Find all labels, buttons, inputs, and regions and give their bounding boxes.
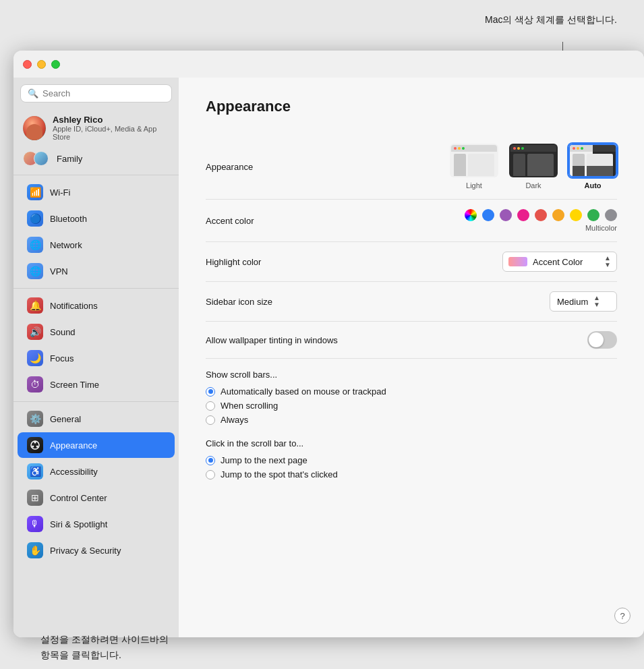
accent-graphite[interactable]: [605, 209, 617, 221]
control-center-icon: ⊞: [27, 490, 43, 506]
accent-yellow[interactable]: [570, 209, 582, 221]
sidebar-divider-1: [13, 175, 179, 175]
sidebar-item-family[interactable]: Family: [13, 146, 179, 171]
sidebar-item-sound[interactable]: 🔊 Sound: [18, 319, 175, 345]
appearance-thumb-auto: [568, 144, 617, 177]
search-icon: 🔍: [28, 88, 38, 98]
sidebar-item-general[interactable]: ⚙️ General: [18, 406, 175, 432]
toggle-knob: [589, 332, 604, 347]
sidebar-item-focus[interactable]: 🌙 Focus: [18, 345, 175, 371]
svg-point-2: [36, 446, 38, 448]
sidebar-item-bluetooth[interactable]: 🔵 Bluetooth: [18, 206, 175, 231]
tooltip-top: Mac의 색상 체계를 선택합니다.: [485, 13, 617, 27]
sidebar-icon-size-arrows: ▲▼: [593, 295, 600, 308]
sidebar-item-label-general: General: [50, 414, 81, 424]
sidebar: 🔍 Ashley Rico Apple ID, iCloud+, Media &…: [13, 78, 179, 637]
sidebar-item-label-screen-time: Screen Time: [50, 380, 99, 390]
click-spot-clicked-option[interactable]: Jump to the spot that's clicked: [206, 469, 617, 479]
page-title: Appearance: [206, 98, 617, 115]
accent-orange[interactable]: [552, 209, 564, 221]
search-input[interactable]: [42, 88, 165, 98]
scroll-always-radio[interactable]: [206, 415, 215, 425]
network-icon: 🌐: [27, 237, 43, 253]
wallpaper-tinting-toggle[interactable]: [587, 331, 617, 349]
wallpaper-tinting-row: Allow wallpaper tinting in windows: [206, 322, 617, 359]
avatar: [23, 116, 46, 140]
sidebar-item-label-network: Network: [50, 240, 82, 250]
scroll-auto-radio[interactable]: [206, 387, 215, 397]
help-button[interactable]: ?: [614, 608, 631, 624]
appearance-auto-label: Auto: [584, 181, 601, 190]
sidebar-item-vpn[interactable]: 🌐 VPN: [18, 258, 175, 284]
appearance-dark[interactable]: Dark: [509, 144, 558, 190]
highlight-color-control[interactable]: Accent Color ▲▼: [502, 252, 617, 272]
sidebar-item-label-privacy: Privacy & Security: [50, 546, 121, 556]
user-name: Ashley Rico: [53, 115, 169, 125]
user-info: Ashley Rico Apple ID, iCloud+, Media & A…: [53, 115, 169, 141]
notifications-icon: 🔔: [27, 297, 43, 314]
focus-icon: 🌙: [27, 350, 43, 366]
click-next-page-option[interactable]: Jump to the next page: [206, 455, 617, 465]
accent-purple[interactable]: [500, 209, 512, 221]
highlight-stepper[interactable]: ▲▼: [604, 255, 611, 268]
sidebar-item-label-wifi: Wi-Fi: [50, 187, 70, 198]
accent-red[interactable]: [535, 209, 547, 221]
show-scroll-bars-title: Show scroll bars...: [206, 370, 617, 380]
click-scroll-bar-group: Jump to the next page Jump to the spot t…: [206, 455, 617, 479]
scroll-scrolling-label: When scrolling: [221, 401, 278, 411]
scroll-always-option[interactable]: Always: [206, 415, 617, 425]
scroll-scrolling-radio[interactable]: [206, 401, 215, 411]
sidebar-item-label-siri: Siri & Spotlight: [50, 519, 107, 529]
sidebar-item-privacy[interactable]: ✋ Privacy & Security: [18, 537, 175, 563]
appearance-thumb-dark: [509, 144, 558, 177]
sidebar-item-wifi[interactable]: 📶 Wi-Fi: [18, 179, 175, 205]
appearance-label: Appearance: [206, 162, 300, 172]
accent-color-row: Accent color Multicolor: [206, 200, 617, 242]
click-spot-clicked-radio[interactable]: [206, 470, 215, 479]
click-scroll-bar-title: Click in the scroll bar to...: [206, 438, 617, 448]
sidebar-item-appearance[interactable]: Appearance: [18, 432, 175, 458]
user-section[interactable]: Ashley Rico Apple ID, iCloud+, Media & A…: [13, 109, 179, 146]
traffic-lights: [23, 60, 60, 69]
general-icon: ⚙️: [27, 411, 43, 427]
multicolor-label: Multicolor: [585, 224, 617, 232]
sound-icon: 🔊: [27, 324, 43, 340]
sidebar-item-control-center[interactable]: ⊞ Control Center: [18, 485, 175, 511]
sidebar-divider-2: [13, 288, 179, 289]
family-avatars: [23, 151, 49, 166]
wallpaper-tinting-label: Allow wallpaper tinting in windows: [206, 335, 338, 345]
sidebar-item-network[interactable]: 🌐 Network: [18, 232, 175, 258]
sidebar-item-label-notifications: Notifications: [50, 301, 98, 311]
accent-blue[interactable]: [482, 209, 494, 221]
svg-point-3: [32, 446, 34, 448]
search-box[interactable]: 🔍: [20, 84, 172, 103]
scroll-scrolling-option[interactable]: When scrolling: [206, 401, 617, 411]
maximize-button[interactable]: [51, 60, 60, 69]
accessibility-icon: ♿: [27, 463, 43, 479]
click-next-page-radio[interactable]: [206, 456, 215, 465]
wifi-icon: 📶: [27, 184, 43, 200]
appearance-icon: [27, 437, 43, 453]
sidebar-item-notifications[interactable]: 🔔 Notifications: [18, 293, 175, 318]
accent-multicolor[interactable]: [465, 209, 477, 221]
show-scroll-bars-group: Automatically based on mouse or trackpad…: [206, 386, 617, 425]
sidebar-item-label-vpn: VPN: [50, 266, 68, 277]
accent-color-label: Accent color: [206, 216, 300, 226]
minimize-button[interactable]: [37, 60, 46, 69]
sidebar-item-accessibility[interactable]: ♿ Accessibility: [18, 459, 175, 484]
sidebar-item-screen-time[interactable]: ⏱ Screen Time: [18, 372, 175, 397]
close-button[interactable]: [23, 60, 32, 69]
appearance-auto[interactable]: Auto: [568, 144, 617, 190]
main-window: 🔍 Ashley Rico Apple ID, iCloud+, Media &…: [13, 51, 644, 637]
sidebar-icon-size-select[interactable]: Medium ▲▼: [550, 291, 617, 312]
screen-time-icon: ⏱: [27, 376, 43, 392]
sidebar-icon-size-label: Sidebar icon size: [206, 297, 300, 307]
accent-colors-wrap: Multicolor: [465, 209, 617, 232]
sidebar-item-siri[interactable]: 🎙 Siri & Spotlight: [18, 511, 175, 537]
scroll-auto-option[interactable]: Automatically based on mouse or trackpad: [206, 386, 617, 397]
accent-pink[interactable]: [517, 209, 529, 221]
accent-green[interactable]: [587, 209, 599, 221]
sidebar-item-label-sound: Sound: [50, 327, 76, 337]
appearance-light[interactable]: Light: [450, 144, 498, 190]
appearance-setting-row: Appearance: [206, 134, 617, 200]
